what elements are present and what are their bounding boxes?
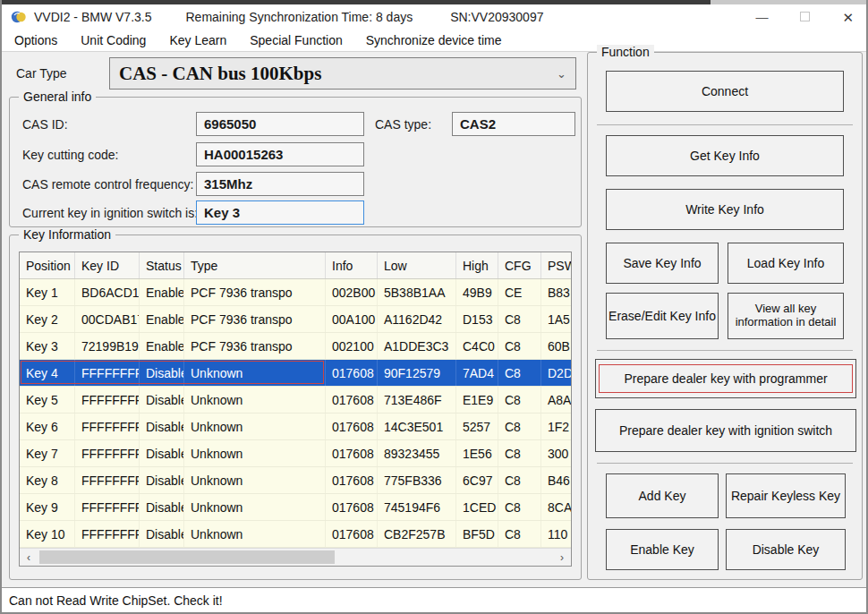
app-window: VVDI2 - BMW V7.3.5 Remaining Synchroniza… [0,0,868,614]
menu-item-options[interactable]: Options [14,33,57,47]
cas-type-value: CAS2 [460,116,496,132]
table-row[interactable]: Key 5FFFFFFFFDisableUnknown017608713E486… [20,387,571,414]
separator [597,124,853,125]
erase-edit-key-info-button[interactable]: Erase/Edit Key Info [606,293,719,339]
connect-button[interactable]: Connect [606,71,844,112]
table-cell: PCF 7936 transpo [184,306,326,332]
table-cell: C8 [498,440,541,466]
table-cell: Enable [140,279,184,305]
car-type-value: CAS - CAN bus 100Kbps [119,63,557,85]
column-header[interactable]: Position [20,252,75,278]
table-row[interactable]: Key 4FFFFFFFFDisableUnknown01760890F1257… [20,360,571,387]
current-key-field[interactable]: Key 3 [196,200,364,225]
prepare-dealer-key-programmer-label: Prepare dealer key with programmer [624,371,827,386]
enable-key-button[interactable]: Enable Key [606,529,719,570]
table-cell: Disable [140,387,184,413]
sync-status-text: Remaining Synchronization Time: 8 days [185,10,413,24]
table-cell: 72199B19 [75,333,140,359]
table-row[interactable]: Key 8FFFFFFFFDisableUnknown017608775FB33… [20,467,571,494]
cas-id-field[interactable]: 6965050 [196,112,364,136]
prepare-dealer-key-programmer-button[interactable]: Prepare dealer key with programmer [595,359,856,398]
menu-bar: Options Unit Coding Key Learn Special Fu… [2,30,866,52]
table-row[interactable]: Key 200CDAB17EnablePCF 7936 transpo00A10… [20,306,571,333]
table-cell: Key 6 [20,414,75,439]
table-cell: FFFFFFFF [75,521,140,547]
scrollbar-thumb[interactable] [39,550,335,564]
remote-frequency-value: 315Mhz [204,176,252,192]
table-cell: 8CA [541,494,572,520]
table-cell: 300 [541,440,572,466]
table-row[interactable]: Key 1BD6ACD14EnablePCF 7936 transpo002B0… [20,279,571,306]
table-cell: CB2F257B [378,521,456,547]
table-cell: 5257 [456,414,498,439]
close-icon[interactable]: ✕ [842,11,854,24]
menu-item-key-learn[interactable]: Key Learn [169,33,226,47]
table-cell: 90F12579 [378,360,456,386]
horizontal-scrollbar[interactable]: ‹ › [20,548,571,566]
table-cell: PCF 7936 transpo [184,333,326,359]
table-cell: Key 4 [20,360,75,386]
maximize-icon[interactable] [800,11,810,23]
table-row[interactable]: Key 7FFFFFFFFDisableUnknown0176088932345… [20,440,571,467]
separator [597,463,853,464]
get-key-info-button[interactable]: Get Key Info [606,135,844,176]
table-cell: Enable [140,333,184,359]
column-header[interactable]: High [456,252,498,278]
table-cell: Key 3 [20,333,75,359]
table-row[interactable]: Key 6FFFFFFFFDisableUnknown01760814C3E50… [20,414,571,440]
column-header[interactable]: Info [326,252,378,278]
key-cutting-code-field[interactable]: HA00015263 [196,142,364,166]
table-cell: C8 [498,387,541,413]
add-key-button[interactable]: Add Key [606,473,719,518]
table-row[interactable]: Key 372199B19EnablePCF 7936 transpo00210… [20,333,571,360]
table-cell: 1A5 [541,306,572,332]
table-cell: Unknown [184,467,326,493]
table-cell: 00A100 [326,306,378,332]
table-cell: FFFFFFFF [75,494,140,520]
column-header[interactable]: Key ID [75,252,140,278]
table-cell: 017608 [326,440,378,466]
key-information-group: Key Information PositionKey IDStatusType… [9,235,582,580]
column-header[interactable]: Status [140,252,184,278]
table-cell: Disable [140,521,184,547]
table-cell: 713E486F [378,387,456,413]
disable-key-button[interactable]: Disable Key [726,529,846,570]
column-header[interactable]: CFG [498,252,541,278]
function-legend: Function [597,45,654,59]
write-key-info-button[interactable]: Write Key Info [606,189,844,230]
scroll-right-icon[interactable]: › [553,549,571,566]
title-bar[interactable]: VVDI2 - BMW V7.3.5 Remaining Synchroniza… [2,4,866,30]
table-cell: E1E9 [456,387,498,413]
menu-item-special-function[interactable]: Special Function [250,33,343,47]
table-cell: 00CDAB17 [75,306,140,332]
menu-item-synchronize-device-time[interactable]: Synchronize device time [366,33,502,47]
column-header[interactable]: Low [378,252,456,278]
minimize-icon[interactable]: — [755,11,768,23]
table-cell: 002100 [326,333,378,359]
table-cell: Unknown [184,360,326,386]
view-all-key-info-button[interactable]: View all key information in detail [728,293,844,339]
save-key-info-button[interactable]: Save Key Info [606,243,719,284]
column-header[interactable]: Type [184,252,326,278]
table-cell: 017608 [326,467,378,493]
current-key-value: Key 3 [204,205,240,220]
car-type-combobox[interactable]: CAS - CAN bus 100Kbps ⌄ [109,57,576,90]
table-cell: A8A [541,387,572,413]
prepare-dealer-key-ignition-button[interactable]: Prepare dealer key with ignition switch [595,409,856,452]
table-cell: Enable [140,306,184,332]
scroll-left-icon[interactable]: ‹ [20,549,38,566]
table-cell: B46 [541,467,572,493]
table-cell: 775FB336 [378,467,456,493]
table-cell: 745194F6 [378,494,456,520]
load-key-info-button[interactable]: Load Key Info [728,243,844,284]
table-cell: FFFFFFFF [75,387,140,413]
menu-item-unit-coding[interactable]: Unit Coding [81,33,146,47]
cas-type-field[interactable]: CAS2 [452,112,575,136]
table-row[interactable]: Key 10FFFFFFFFDisableUnknown017608CB2F25… [20,521,571,548]
table-row[interactable]: Key 9FFFFFFFFDisableUnknown017608745194F… [20,494,571,521]
table-cell: Disable [140,360,184,386]
column-header[interactable]: PSW [541,252,572,278]
general-info-legend: General info [19,90,96,104]
remote-frequency-field[interactable]: 315Mhz [196,172,364,196]
repair-keyless-key-button[interactable]: Repair Keyless Key [726,473,846,518]
